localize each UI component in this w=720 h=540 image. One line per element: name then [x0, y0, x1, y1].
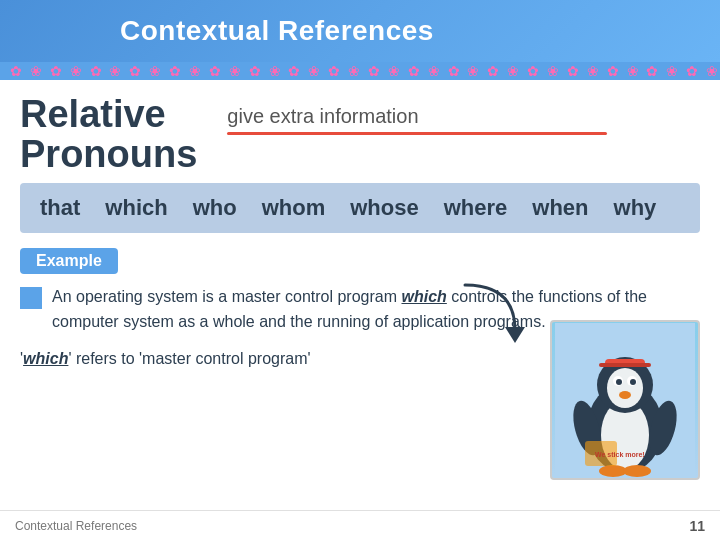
example-label: Example [20, 248, 118, 274]
which-highlighted: which [401, 288, 446, 305]
header-title: Contextual References [120, 15, 434, 47]
svg-point-19 [619, 391, 631, 399]
title-row: Relative Pronouns give extra information [20, 95, 700, 175]
blue-square-icon [20, 287, 42, 309]
pronoun-when: when [532, 195, 588, 221]
svg-marker-9 [505, 327, 525, 343]
arrow-area [445, 275, 535, 349]
footer-label: Contextual References [15, 519, 137, 533]
refers-which: which [23, 350, 68, 367]
penguin-box: We stick more! [550, 320, 700, 480]
pronoun-where: where [444, 195, 508, 221]
relative-pronouns-title: Relative Pronouns [20, 95, 197, 175]
pronouns-box: that which who whom whose where when why [20, 183, 700, 233]
pronoun-that: that [40, 195, 80, 221]
pronoun-whose: whose [350, 195, 418, 221]
header: Contextual References [0, 0, 720, 62]
svg-point-18 [630, 379, 636, 385]
svg-text:We stick more!: We stick more! [595, 451, 645, 458]
pronoun-why: why [614, 195, 657, 221]
give-extra-info: give extra information [227, 95, 607, 135]
pronoun-which: which [105, 195, 167, 221]
underline-decoration [227, 132, 607, 135]
give-extra-text: give extra information [227, 105, 607, 128]
svg-point-14 [607, 368, 643, 408]
penguin-image: We stick more! [550, 320, 700, 490]
pronoun-whom: whom [262, 195, 326, 221]
pronoun-who: who [193, 195, 237, 221]
footer-page-number: 11 [689, 518, 705, 534]
svg-point-22 [599, 465, 627, 477]
svg-rect-25 [599, 363, 651, 367]
footer: Contextual References 11 [0, 510, 720, 540]
flower-strip [0, 62, 720, 80]
svg-point-17 [616, 379, 622, 385]
svg-point-23 [623, 465, 651, 477]
